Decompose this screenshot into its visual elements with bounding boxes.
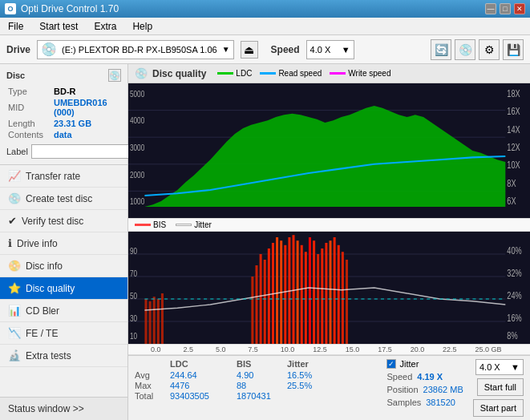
sidebar-item-label: Verify test disc — [22, 216, 83, 227]
label-label: Label — [6, 147, 28, 156]
samples-label: Samples — [386, 398, 421, 407]
legend-ldc: LDC — [217, 69, 252, 78]
content-area: 💿 Disc quality LDC Read speed Write spee… — [128, 64, 530, 420]
start-full-button[interactable]: Start full — [477, 378, 524, 396]
sidebar-item-label: CD Bler — [26, 305, 59, 317]
app-icon: O — [5, 3, 16, 14]
cd-bler-icon: 📊 — [8, 305, 21, 317]
upper-chart-svg: 18X 16X 14X 12X 10X 8X 6X 5000 4000 3000… — [128, 83, 530, 218]
x-label-175: 17.5 — [378, 345, 410, 353]
legend-jitter: Jitter — [176, 220, 212, 229]
menu-help[interactable]: Help — [129, 19, 156, 34]
drive-value: (E:) PLEXTOR BD-R PX-LB950SA 1.06 — [62, 45, 217, 55]
maximize-button[interactable]: □ — [500, 3, 511, 14]
settings-button[interactable]: ⚙ — [479, 39, 500, 60]
lower-chart-svg: 40% 32% 24% 16% 8% 90 70 50 30 10 — [128, 232, 530, 344]
sidebar-item-extra-tests[interactable]: 🔬 Extra tests — [0, 345, 127, 367]
label-input[interactable] — [31, 144, 138, 159]
close-button[interactable]: ✕ — [514, 3, 525, 14]
verify-test-disc-icon: ✔ — [8, 215, 17, 227]
write-speed-label: Write speed — [348, 69, 390, 78]
total-label: Total — [135, 391, 164, 401]
speed-current: 4.19 X — [417, 372, 443, 382]
svg-text:2000: 2000 — [130, 169, 145, 180]
menu-start-test[interactable]: Start test — [36, 19, 81, 34]
svg-rect-40 — [301, 245, 303, 344]
sidebar-item-disc-quality[interactable]: ⭐ Disc quality — [0, 277, 127, 300]
stats-header-ldc: LDC — [170, 359, 230, 369]
refresh-button[interactable]: 🔄 — [431, 39, 451, 60]
menu-file[interactable]: File — [5, 19, 26, 34]
x-label-10: 10.0 — [281, 345, 313, 353]
speed-select[interactable]: 4.0 X ▼ — [306, 40, 354, 59]
extra-tests-icon: 🔬 — [8, 349, 21, 361]
menu-extra[interactable]: Extra — [91, 19, 119, 34]
x-label-25gb: 25.0 GB — [475, 345, 508, 353]
svg-text:8%: 8% — [507, 330, 517, 341]
svg-rect-28 — [251, 277, 253, 344]
jitter-checkbox[interactable]: ✓ — [386, 359, 396, 369]
svg-rect-49 — [338, 245, 340, 344]
svg-rect-24 — [149, 301, 152, 344]
svg-rect-26 — [157, 299, 160, 344]
sidebar-item-transfer-rate[interactable]: 📈 Transfer rate — [0, 165, 127, 188]
speed-setting-dropdown[interactable]: 4.0 X ▼ — [475, 359, 524, 375]
x-label-225: 22.5 — [443, 345, 475, 353]
svg-rect-43 — [313, 240, 315, 344]
svg-text:18X: 18X — [507, 87, 520, 99]
sidebar-item-verify-test-disc[interactable]: ✔ Verify test disc — [0, 210, 127, 232]
status-window-button[interactable]: Status window >> — [0, 398, 127, 420]
svg-rect-47 — [330, 240, 332, 344]
main-area: Disc 💿 Type BD-R MID UMEBDR016 (000) — [0, 64, 530, 420]
svg-rect-29 — [255, 265, 257, 344]
speed-label: Speed — [271, 44, 300, 55]
label-row: Label 🔍 — [6, 143, 121, 160]
sidebar-item-label: Transfer rate — [26, 171, 80, 182]
stats-max-row: Max 4476 88 25.5% — [135, 381, 377, 390]
svg-text:70: 70 — [130, 269, 138, 279]
sidebar-item-label: Drive info — [17, 238, 58, 249]
sidebar-item-fe-te[interactable]: 📉 FE / TE — [0, 322, 127, 345]
stats-header-bis: BIS — [237, 359, 281, 369]
svg-rect-51 — [346, 260, 348, 344]
position-label: Position — [386, 385, 418, 394]
svg-rect-46 — [325, 243, 327, 344]
disc-button[interactable]: 💿 — [455, 39, 475, 60]
transfer-rate-icon: 📈 — [8, 170, 21, 182]
x-label-125: 12.5 — [313, 345, 345, 353]
max-label: Max — [135, 381, 164, 390]
stats-avg-row: Avg 244.64 4.90 16.5% — [135, 370, 377, 380]
sidebar-item-create-test-disc[interactable]: 💿 Create test disc — [0, 188, 127, 210]
sidebar-item-disc-info[interactable]: 📀 Disc info — [0, 255, 127, 277]
svg-rect-31 — [264, 260, 266, 344]
svg-rect-36 — [284, 245, 286, 344]
disc-length: 23.31 GB — [54, 119, 119, 128]
x-label-0: 0.0 — [151, 345, 183, 353]
jitter-row: ✓ Jitter — [386, 359, 463, 369]
svg-rect-45 — [321, 248, 323, 344]
svg-rect-30 — [260, 254, 262, 344]
svg-rect-42 — [309, 237, 311, 344]
disc-info-icon[interactable]: 💿 — [108, 69, 121, 82]
start-part-button[interactable]: Start part — [473, 399, 524, 417]
minimize-button[interactable]: — — [485, 3, 496, 14]
svg-text:8X: 8X — [507, 177, 516, 188]
disc-mid: UMEBDR016 (000) — [54, 98, 119, 117]
sidebar-item-label: Disc info — [26, 260, 63, 272]
sidebar-item-cd-bler[interactable]: 📊 CD Bler — [0, 300, 127, 322]
length-label: Length — [8, 119, 52, 128]
svg-text:10: 10 — [130, 331, 138, 341]
legend-bis: BIS — [135, 220, 166, 229]
svg-text:6X: 6X — [507, 196, 516, 207]
disc-panel: Disc 💿 Type BD-R MID UMEBDR016 (000) — [0, 64, 127, 165]
drive-eject-button[interactable]: ⏏ — [241, 41, 258, 59]
svg-rect-38 — [292, 235, 294, 344]
drive-select[interactable]: 💿 (E:) PLEXTOR BD-R PX-LB950SA 1.06 ▼ — [37, 40, 234, 59]
bis-color — [135, 224, 151, 226]
svg-text:3000: 3000 — [130, 143, 145, 153]
save-button[interactable]: 💾 — [503, 39, 524, 60]
speed-value: 4.0 X — [310, 45, 331, 55]
jitter-label: Jitter — [194, 220, 212, 229]
stats-total-row: Total 93403505 1870431 — [135, 391, 377, 401]
sidebar-item-drive-info[interactable]: ℹ Drive info — [0, 232, 127, 255]
